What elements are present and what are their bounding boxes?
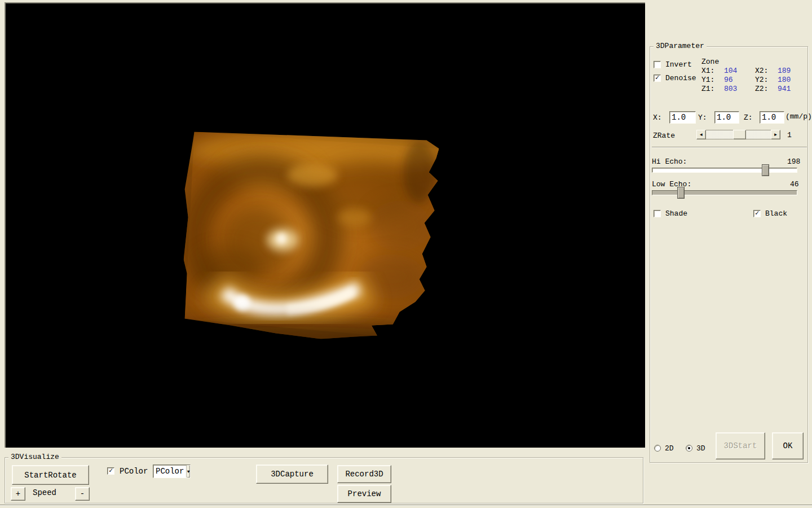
hi-echo-slider[interactable] (652, 168, 797, 173)
z-scale-input[interactable] (760, 111, 784, 124)
x-scale-input[interactable] (669, 111, 696, 124)
radio-3d[interactable] (686, 445, 692, 452)
param-groupbox-title: 3DParameter (654, 42, 707, 50)
radio-3d-label[interactable]: 3D (696, 444, 705, 453)
visualize-groupbox-title: 3DVisualize (8, 453, 61, 461)
check-icon: ✓ (755, 210, 759, 217)
low-echo-value: 46 (790, 180, 799, 189)
hi-echo-label: Hi Echo: (652, 157, 687, 166)
y-scale-input[interactable] (714, 111, 739, 124)
radio-2d[interactable] (654, 445, 661, 452)
invert-checkbox[interactable] (654, 61, 661, 68)
zone-z1-label: Z1: (701, 85, 714, 93)
ultrasound-volume[interactable] (6, 3, 645, 448)
hi-echo-value: 198 (787, 157, 800, 166)
denoise-checkbox[interactable]: ✓ (654, 75, 661, 82)
zone-x2-label: X2: (755, 67, 768, 75)
low-echo-label: Low Echo: (652, 180, 691, 189)
visualize-groupbox: 3DVisualize StartRotate ✓ PColor PColor … (5, 457, 643, 503)
scale-unit-label: (mm/p) (785, 112, 812, 121)
speed-plus-button[interactable]: + (11, 487, 25, 501)
zrate-left-arrow-icon[interactable]: ◄ (696, 130, 706, 139)
y-scale-label: Y: (698, 113, 707, 122)
record3d-button[interactable]: Record3D (337, 465, 391, 483)
check-icon: ✓ (109, 467, 113, 474)
divider (652, 147, 807, 148)
start3d-button[interactable]: 3DStart (716, 432, 765, 459)
denoise-label[interactable]: Denoise (665, 74, 696, 82)
chevron-down-icon[interactable]: ▼ (186, 465, 190, 478)
hi-echo-slider-thumb[interactable] (762, 164, 769, 176)
zone-y1-value: 96 (724, 76, 733, 84)
zone-title: Zone (701, 58, 719, 66)
preview-button[interactable]: Preview (337, 485, 391, 503)
application-window: 3DParameter Invert ✓ Denoise Zone X1: 10… (0, 0, 812, 508)
shade-checkbox[interactable] (654, 210, 661, 217)
low-echo-slider-thumb[interactable] (677, 187, 685, 199)
x-scale-label: X: (653, 113, 662, 122)
pcolor-combobox-value: PColor (153, 467, 186, 476)
low-echo-slider[interactable] (652, 190, 797, 195)
zone-y1-label: Y1: (701, 76, 714, 84)
zone-x1-label: X1: (701, 67, 714, 75)
zrate-right-arrow-icon[interactable]: ► (771, 130, 780, 139)
zone-z1-value: 803 (724, 85, 737, 93)
zone-y2-label: Y2: (755, 76, 768, 84)
zone-z2-value: 941 (778, 85, 791, 93)
black-label[interactable]: Black (765, 209, 787, 218)
zone-y2-value: 180 (778, 76, 791, 84)
shade-label[interactable]: Shade (665, 209, 687, 218)
zrate-label: ZRate (653, 132, 675, 140)
window-bottom-edge (0, 505, 812, 506)
black-checkbox[interactable]: ✓ (753, 210, 761, 217)
z-scale-label: Z: (744, 113, 753, 122)
pcolor-label[interactable]: PColor (120, 467, 148, 476)
render-viewport[interactable] (5, 2, 645, 448)
zone-x2-value: 189 (778, 67, 791, 75)
zone-z2-label: Z2: (755, 85, 768, 93)
zrate-value: 1 (787, 131, 792, 139)
pcolor-checkbox[interactable]: ✓ (107, 467, 114, 475)
zone-x1-value: 104 (724, 67, 737, 75)
param-groupbox: 3DParameter Invert ✓ Denoise Zone X1: 10… (650, 46, 808, 463)
pcolor-combobox[interactable]: PColor ▼ (153, 465, 191, 478)
ok-button[interactable]: OK (772, 432, 804, 459)
start-rotate-button[interactable]: StartRotate (12, 465, 89, 485)
zrate-scrollbar-thumb[interactable] (733, 130, 746, 139)
capture3d-button[interactable]: 3DCapture (256, 465, 328, 484)
invert-label[interactable]: Invert (665, 60, 692, 69)
check-icon: ✓ (655, 75, 659, 81)
radio-2d-label[interactable]: 2D (665, 444, 674, 453)
speed-label: Speed (33, 488, 56, 497)
speed-minus-button[interactable]: - (75, 487, 90, 501)
zrate-scrollbar[interactable]: ◄ ► (696, 130, 780, 139)
